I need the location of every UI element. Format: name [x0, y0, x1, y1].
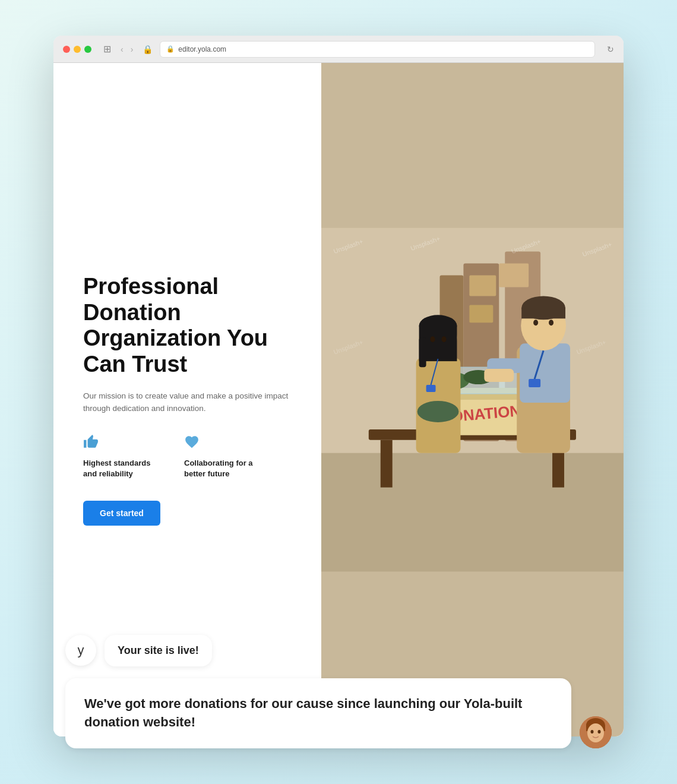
features-row: Highest standards and reliability Collab… — [83, 434, 292, 479]
get-started-button[interactable]: Get started — [83, 501, 160, 526]
svg-point-35 — [442, 336, 447, 342]
forward-button[interactable]: › — [128, 43, 136, 55]
svg-rect-33 — [419, 337, 426, 367]
svg-point-38 — [417, 401, 459, 422]
yola-avatar: y — [65, 635, 96, 666]
svg-rect-5 — [470, 275, 496, 296]
feature-item-standards: Highest standards and reliability — [83, 434, 160, 479]
feature-item-collaborate: Collaborating for a better future — [184, 434, 261, 479]
user-avatar — [580, 716, 612, 748]
svg-rect-28 — [529, 379, 540, 387]
nav-arrows: ‹ › — [118, 43, 135, 55]
svg-point-24 — [549, 320, 553, 325]
reload-icon[interactable]: ↻ — [607, 45, 614, 54]
svg-rect-26 — [485, 369, 514, 382]
svg-rect-6 — [499, 264, 529, 287]
lock-icon: 🔒 — [166, 45, 175, 53]
thumbsup-icon — [83, 434, 160, 453]
chat-bubble-long-wrapper: We've got more donations for our cause s… — [65, 678, 612, 748]
chat-long-text: We've got more donations for our cause s… — [65, 678, 571, 748]
traffic-light-minimize[interactable] — [74, 46, 81, 53]
back-button[interactable]: ‹ — [118, 43, 126, 55]
svg-rect-19 — [520, 343, 570, 403]
security-icon: 🔒 — [143, 45, 153, 54]
address-bar[interactable]: 🔒 editor.yola.com — [160, 41, 595, 58]
svg-point-23 — [533, 320, 538, 325]
svg-point-34 — [431, 336, 435, 342]
traffic-light-fullscreen[interactable] — [84, 46, 91, 53]
heart-icon — [184, 434, 261, 453]
svg-rect-37 — [426, 385, 436, 392]
browser-window: ⊞ ‹ › 🔒 🔒 editor.yola.com ↻ Professional… — [53, 36, 624, 736]
user-avatar-image — [580, 716, 612, 748]
traffic-light-close[interactable] — [63, 46, 70, 53]
svg-point-49 — [591, 730, 594, 734]
svg-rect-7 — [470, 305, 493, 323]
url-text: editor.yola.com — [178, 45, 226, 53]
feature-label-collaborate: Collaborating for a better future — [184, 458, 261, 479]
traffic-lights — [63, 46, 91, 53]
hero-description: Our mission is to create value and make … — [83, 390, 292, 415]
yola-initial: y — [78, 643, 84, 658]
sidebar-toggle-icon[interactable]: ⊞ — [103, 43, 111, 55]
svg-point-50 — [598, 730, 601, 734]
svg-point-48 — [587, 723, 604, 742]
svg-rect-8 — [321, 453, 624, 572]
svg-rect-22 — [521, 308, 565, 318]
feature-label-standards: Highest standards and reliability — [83, 458, 160, 479]
svg-rect-10 — [381, 440, 393, 488]
chat-bubble-short: y Your site is live! — [65, 635, 612, 666]
chat-short-text: Your site is live! — [105, 635, 212, 666]
browser-chrome: ⊞ ‹ › 🔒 🔒 editor.yola.com ↻ — [53, 36, 624, 63]
hero-title: Professional Donation Organization You C… — [83, 274, 292, 378]
